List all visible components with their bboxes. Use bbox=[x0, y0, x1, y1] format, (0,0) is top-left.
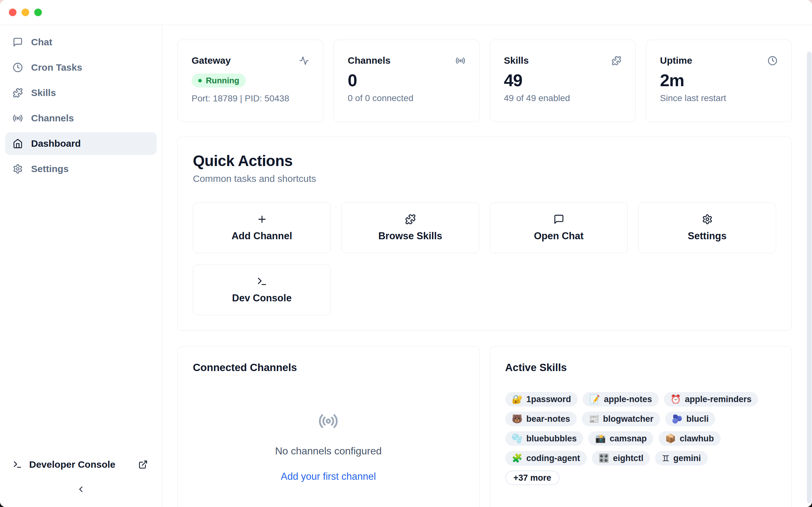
quick-action-label: Dev Console bbox=[232, 292, 292, 304]
skill-emoji: 📦 bbox=[665, 434, 676, 444]
external-link-icon[interactable] bbox=[138, 460, 148, 469]
skills-card: Skills 49 49 of 49 enabled bbox=[490, 40, 636, 122]
close-button[interactable] bbox=[9, 9, 16, 16]
skill-emoji: 🫧 bbox=[512, 434, 523, 444]
quick-actions-subtitle: Common tasks and shortcuts bbox=[193, 173, 776, 184]
skills-count: 49 bbox=[504, 70, 621, 90]
status-dot bbox=[198, 79, 202, 82]
plus-icon bbox=[257, 214, 267, 225]
channels-empty-state: No channels configured Add your first ch… bbox=[193, 374, 464, 482]
traffic-lights bbox=[9, 9, 42, 16]
sidebar-nav: ChatCron TasksSkillsChannelsDashboardSet… bbox=[5, 31, 157, 183]
gateway-status-label: Running bbox=[206, 76, 239, 86]
radio-icon bbox=[13, 113, 23, 123]
skill-emoji: 📰 bbox=[589, 414, 599, 424]
title-bar bbox=[0, 0, 812, 25]
sidebar-item-channels[interactable]: Channels bbox=[5, 107, 157, 130]
sidebar-item-chat[interactable]: Chat bbox=[5, 31, 157, 54]
clock-icon bbox=[13, 62, 23, 72]
channels-card: Channels 0 0 of 0 connected bbox=[334, 40, 479, 122]
skill-emoji: 🎛️ bbox=[599, 453, 609, 463]
uptime-card-title: Uptime bbox=[660, 55, 693, 66]
dashboard-main: Gateway Running Port: 18789 | PID: 50438… bbox=[162, 25, 812, 507]
sidebar-item-settings[interactable]: Settings bbox=[5, 158, 157, 180]
window-content: ChatCron TasksSkillsChannelsDashboardSet… bbox=[0, 25, 812, 507]
quick-actions-grid: Add ChannelBrowse SkillsOpen ChatSetting… bbox=[193, 203, 776, 315]
quick-actions-card: Quick Actions Common tasks and shortcuts… bbox=[177, 136, 792, 331]
skill-name: bluebubbles bbox=[526, 434, 577, 444]
sidebar-item-label: Cron Tasks bbox=[31, 62, 82, 73]
gateway-card-title: Gateway bbox=[192, 55, 231, 66]
channels-card-title: Channels bbox=[348, 55, 391, 66]
quick-action-browse-skills[interactable]: Browse Skills bbox=[341, 203, 479, 253]
settings-icon bbox=[13, 164, 23, 174]
puzzle-icon bbox=[13, 88, 23, 98]
radio-icon bbox=[318, 374, 339, 394]
skill-badge-bear-notes: 🐻bear-notes bbox=[505, 412, 577, 426]
active-skills-card: Active Skills 🔐1password📝apple-notes⏰app… bbox=[490, 346, 792, 507]
skills-detail: 49 of 49 enabled bbox=[504, 93, 621, 103]
home-icon bbox=[13, 138, 23, 149]
skill-badge-gemini: ♊gemini bbox=[655, 451, 707, 465]
channels-empty-text: No channels configured bbox=[193, 445, 464, 457]
sidebar-collapse-row bbox=[5, 480, 157, 499]
skill-badge-apple-notes: 📝apple-notes bbox=[583, 392, 658, 406]
uptime-value: 2m bbox=[660, 70, 777, 90]
skill-emoji: 🔐 bbox=[512, 394, 523, 404]
gateway-detail: Port: 18789 | PID: 50438 bbox=[192, 94, 309, 104]
channels-count: 0 bbox=[348, 70, 465, 90]
skill-name: apple-reminders bbox=[685, 395, 751, 404]
chevron-left-icon[interactable] bbox=[76, 485, 86, 494]
vertical-scrollbar[interactable] bbox=[807, 52, 812, 503]
minimize-button[interactable] bbox=[21, 9, 29, 16]
clock-icon bbox=[768, 56, 777, 66]
skill-emoji: 📝 bbox=[589, 394, 600, 404]
skill-name: blucli bbox=[687, 414, 709, 424]
quick-action-open-chat[interactable]: Open Chat bbox=[490, 203, 628, 253]
terminal-icon bbox=[257, 276, 267, 287]
sidebar-item-cron-tasks[interactable]: Cron Tasks bbox=[5, 56, 157, 79]
skill-name: blogwatcher bbox=[603, 414, 653, 424]
terminal-icon bbox=[13, 460, 22, 469]
activity-icon bbox=[299, 56, 309, 66]
quick-actions-title: Quick Actions bbox=[193, 152, 776, 170]
add-first-channel-link[interactable]: Add your first channel bbox=[193, 471, 464, 482]
skill-badge-camsnap: 📸camsnap bbox=[589, 431, 653, 446]
skill-name: bear-notes bbox=[526, 414, 570, 424]
quick-action-label: Browse Skills bbox=[378, 230, 443, 242]
skill-badge-blucli: 🫐blucli bbox=[665, 412, 715, 426]
sidebar-item-label: Chat bbox=[31, 37, 52, 48]
app-window: ChatCron TasksSkillsChannelsDashboardSet… bbox=[0, 0, 812, 507]
quick-action-label: Open Chat bbox=[534, 230, 583, 242]
sidebar-item-label: Channels bbox=[31, 113, 74, 124]
skill-badge-coding-agent: 🧩coding-agent bbox=[505, 451, 587, 465]
skill-badge-clawhub: 📦clawhub bbox=[658, 431, 721, 446]
stats-grid: Gateway Running Port: 18789 | PID: 50438… bbox=[177, 40, 792, 122]
quick-action-add-channel[interactable]: Add Channel bbox=[193, 203, 331, 253]
settings-icon bbox=[702, 214, 713, 225]
skill-emoji: 📸 bbox=[595, 434, 606, 444]
sidebar-item-dashboard[interactable]: Dashboard bbox=[5, 132, 157, 155]
sidebar-footer: Developer Console bbox=[5, 454, 157, 499]
quick-action-settings[interactable]: Settings bbox=[638, 203, 776, 253]
zoom-button[interactable] bbox=[34, 9, 42, 16]
message-square-icon bbox=[554, 214, 564, 225]
sidebar-item-skills[interactable]: Skills bbox=[5, 81, 157, 104]
radio-icon bbox=[455, 56, 465, 66]
uptime-card: Uptime 2m Since last restart bbox=[646, 40, 792, 122]
sidebar-item-label: Dashboard bbox=[31, 138, 81, 149]
skills-badge-list: 🔐1password📝apple-notes⏰apple-reminders🐻b… bbox=[505, 392, 765, 485]
connected-channels-card: Connected Channels No channels configure… bbox=[177, 346, 479, 507]
gateway-status-badge: Running bbox=[192, 73, 246, 88]
skill-name: coding-agent bbox=[526, 453, 580, 463]
skill-emoji: ⏰ bbox=[670, 394, 681, 404]
skill-name: 1password bbox=[526, 395, 571, 404]
more-skills-badge[interactable]: +37 more bbox=[505, 470, 560, 485]
quick-action-dev-console[interactable]: Dev Console bbox=[193, 265, 331, 315]
skills-card-title: Skills bbox=[504, 55, 529, 66]
developer-console-label: Developer Console bbox=[29, 459, 115, 470]
developer-console-link[interactable]: Developer Console bbox=[5, 454, 157, 475]
skill-badge-eightctl: 🎛️eightctl bbox=[592, 451, 650, 465]
skill-name: apple-notes bbox=[604, 395, 652, 404]
skill-badge-apple-reminders: ⏰apple-reminders bbox=[664, 392, 758, 406]
